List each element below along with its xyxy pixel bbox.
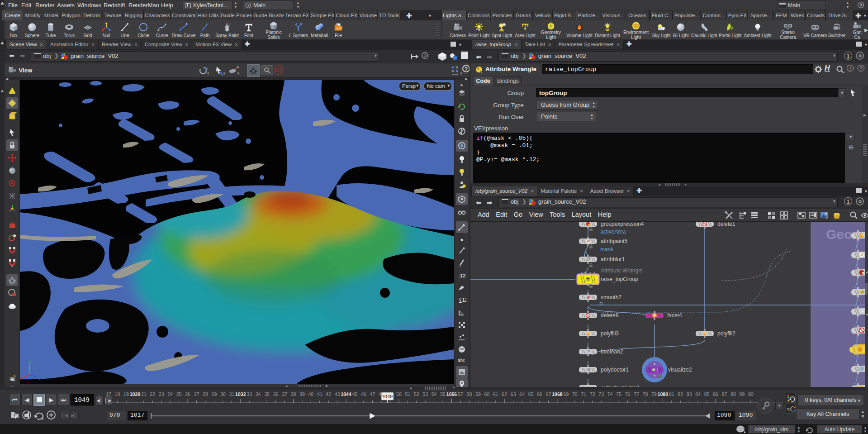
svg-text:62: 62 [502,391,507,397]
svg-text:17: 17 [106,391,111,397]
svg-text:22: 22 [150,391,155,397]
svg-text:85: 85 [704,391,710,397]
svg-text:54: 54 [432,391,437,397]
svg-text:50: 50 [396,391,402,397]
svg-text:1044: 1044 [341,391,351,397]
svg-text:76: 76 [625,391,631,397]
svg-text:29: 29 [212,391,217,397]
svg-text:polyfill2: polyfill2 [717,330,735,337]
svg-text:39: 39 [299,391,305,397]
svg-text:69: 69 [564,391,569,397]
svg-text:26: 26 [185,391,190,397]
svg-text:60: 60 [484,391,489,397]
svg-text:▼: ▼ [41,417,44,421]
svg-text:84: 84 [695,391,701,397]
svg-text:activeArea: activeArea [600,229,626,235]
svg-text:42: 42 [326,391,331,397]
svg-text:boolean2: boolean2 [601,348,623,355]
svg-text:41: 41 [317,391,323,397]
svg-text:89: 89 [740,391,745,397]
svg-text:1056: 1056 [446,391,457,397]
svg-text:45: 45 [352,391,358,397]
svg-text:73: 73 [598,391,604,397]
svg-text:46: 46 [361,391,366,397]
svg-text:70: 70 [572,391,578,397]
svg-text:52: 52 [414,391,419,397]
svg-text:+: + [825,216,827,220]
svg-text:P: P [599,301,603,308]
svg-text:18: 18 [115,391,120,397]
svg-text:33: 33 [247,391,252,397]
svg-text:90: 90 [748,391,754,397]
svg-text:31: 31 [229,391,234,397]
svg-text:71: 71 [581,391,586,397]
svg-text:mask: mask [600,246,614,253]
svg-text:83: 83 [687,391,692,397]
svg-text:77: 77 [634,391,639,397]
svg-text:1049: 1049 [382,394,393,399]
svg-text:smooth7: smooth7 [601,294,621,300]
svg-text:36: 36 [273,391,279,397]
svg-text:polydoctor1: polydoctor1 [601,367,629,373]
svg-text:attribblur1: attribblur1 [601,256,625,262]
svg-text:23: 23 [159,391,164,397]
svg-text:1020: 1020 [130,391,141,397]
svg-text:abc: abc [458,358,465,363]
svg-text:74: 74 [607,391,613,397]
svg-text:53: 53 [422,391,428,397]
svg-text:delete1: delete1 [717,222,735,227]
svg-text:polyfill3: polyfill3 [601,330,619,337]
svg-text:1068: 1068 [552,391,563,397]
svg-text:facet4: facet4 [667,312,682,319]
svg-text:∑12: ∑12 [459,297,466,303]
svg-text:78: 78 [643,391,648,397]
svg-text:delete9: delete9 [601,312,619,319]
svg-text:24: 24 [167,391,173,397]
svg-text:35: 35 [264,391,270,397]
svg-text:75: 75 [616,391,621,397]
svg-text:No cam: No cam [427,83,445,89]
svg-text:raise_topGroup: raise_topGroup [601,276,638,282]
svg-text:86: 86 [713,391,718,397]
svg-text:19: 19 [123,391,129,397]
svg-text:30: 30 [220,391,226,397]
svg-text:27: 27 [194,391,199,397]
svg-text:40: 40 [308,391,313,397]
svg-text:58: 58 [467,391,472,397]
svg-text:visualize2: visualize2 [668,367,692,373]
svg-text:55: 55 [440,391,446,397]
svg-text:57: 57 [458,391,463,397]
svg-text:81: 81 [669,391,674,397]
svg-text:82: 82 [678,391,683,397]
svg-text:1080: 1080 [658,391,669,397]
svg-text:67: 67 [546,391,551,397]
svg-text:34: 34 [256,391,261,397]
svg-text:groupexpression4: groupexpression4 [601,222,644,227]
svg-text:x: x [20,375,23,381]
svg-text:79: 79 [651,391,657,397]
svg-text:28: 28 [203,391,208,397]
svg-text:66: 66 [537,391,542,397]
svg-text:61: 61 [493,391,498,397]
svg-text:attribpaint5: attribpaint5 [601,238,628,244]
svg-text:64: 64 [519,391,525,397]
svg-text:47: 47 [370,391,375,397]
svg-text:Attribute Wrangle: Attribute Wrangle [601,267,643,274]
svg-text:1032: 1032 [235,391,246,397]
svg-text:.12: .12 [459,273,465,278]
svg-text:65: 65 [528,391,534,397]
svg-text:y: y [28,359,31,364]
svg-text:51: 51 [405,391,410,397]
svg-text:25: 25 [176,391,182,397]
svg-text:z: z [39,376,41,381]
svg-text:21: 21 [141,391,147,397]
svg-text:88: 88 [730,391,736,397]
svg-text:59: 59 [475,391,481,397]
svg-text:63: 63 [511,391,516,397]
svg-text:38: 38 [291,391,296,397]
svg-text:87: 87 [722,391,727,397]
svg-text:43: 43 [335,391,340,397]
svg-text:37: 37 [282,391,287,397]
svg-text:72: 72 [590,391,595,397]
svg-text:Persp: Persp [402,83,416,89]
